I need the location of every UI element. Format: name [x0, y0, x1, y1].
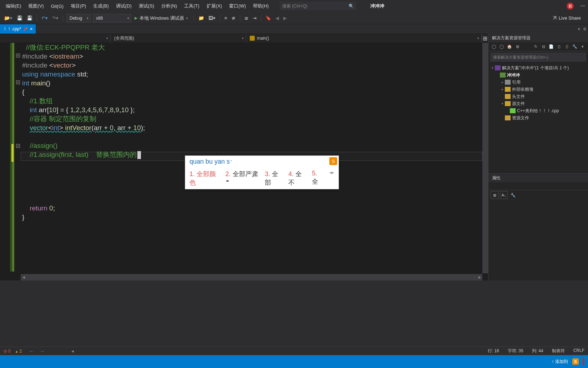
nav-function-dropdown[interactable]: main(): [246, 34, 482, 43]
comment-icon[interactable]: ≡: [222, 14, 229, 23]
new-folder-icon[interactable]: 📁: [196, 14, 206, 23]
wrench-icon[interactable]: 🔧: [572, 44, 578, 50]
warning-count[interactable]: 2: [15, 349, 22, 354]
new-badge[interactable]: 新: [567, 3, 574, 10]
props-wrench-icon[interactable]: 🔧: [509, 191, 517, 199]
solution-root[interactable]: ▾ 解决方案"冲冲冲"(1 个项目/共 1 个): [488, 64, 588, 71]
tree-item[interactable]: ▸引用: [488, 79, 588, 86]
ime-cand-1[interactable]: 1. 全部颜色: [189, 170, 221, 187]
nav-back-icon[interactable]: ←: [29, 348, 34, 354]
error-count[interactable]: 0: [4, 349, 11, 354]
collapse-icon[interactable]: ⊟: [540, 44, 547, 50]
minimize-button[interactable]: —: [581, 3, 585, 8]
nav-scope-dropdown[interactable]: (全局范围): [111, 34, 246, 43]
close-tab-icon[interactable]: ✕: [30, 27, 33, 31]
tree-item[interactable]: 资源文件: [488, 114, 588, 121]
tree-item[interactable]: ▾源文件: [488, 100, 588, 107]
solution-search-input[interactable]: 搜索解决方案资源管理器(Ctrl+;): [491, 53, 586, 61]
menu-extensions[interactable]: 扩展(X): [203, 1, 225, 11]
back-icon[interactable]: ◯: [491, 44, 497, 50]
prev-bookmark-icon[interactable]: ◀: [273, 14, 281, 23]
refresh-icon[interactable]: ↻: [532, 44, 539, 50]
menu-help[interactable]: 帮助(H): [249, 1, 272, 11]
menu-debug[interactable]: 调试(D): [112, 1, 135, 11]
preview-icon[interactable]: ⟨⟩: [564, 44, 570, 50]
redo-button[interactable]: ↷▾: [50, 14, 61, 23]
function-icon: [250, 36, 255, 41]
status-line[interactable]: 行: 16: [488, 348, 499, 354]
menu-test[interactable]: 测试(S): [135, 1, 158, 11]
status-col[interactable]: 列: 44: [532, 348, 543, 354]
sogou-ime-icon[interactable]: S: [572, 358, 579, 365]
vertical-scrollbar[interactable]: [482, 43, 488, 273]
status-eol[interactable]: CRLF: [573, 348, 584, 354]
alpha-sort-icon[interactable]: A↓: [500, 191, 508, 199]
forward-icon[interactable]: ◯: [498, 44, 505, 50]
switch-view-icon[interactable]: ⊞: [514, 44, 521, 50]
pin-icon[interactable]: 📌: [23, 27, 27, 31]
menu-project[interactable]: 项目(P): [67, 1, 90, 11]
quick-search-input[interactable]: 搜索 (Ctrl+Q) 🔍: [279, 2, 356, 10]
ime-nav-icon[interactable]: ◂▸: [329, 170, 334, 187]
home-icon[interactable]: 🏠: [506, 44, 513, 50]
menu-view[interactable]: 视图(V): [25, 1, 47, 11]
tree-item[interactable]: 头文件: [488, 93, 588, 100]
platform-dropdown[interactable]: x86: [93, 14, 131, 23]
file-tab[interactable]: ！！.cpp* 📌 ✕: [0, 24, 36, 34]
fold-toggle[interactable]: −: [16, 144, 20, 148]
save-all-button[interactable]: 💾: [25, 14, 35, 23]
nav-project-dropdown[interactable]: [0, 34, 111, 43]
bookmark-icon[interactable]: 🔖: [263, 14, 273, 23]
uncomment-icon[interactable]: ≢: [229, 14, 238, 23]
solution-explorer-title: 解决方案资源管理器: [488, 34, 588, 42]
menu-tools[interactable]: 工具(T): [181, 1, 203, 11]
scroll-left-icon[interactable]: ◀: [71, 349, 74, 353]
tree-item[interactable]: ▸外部依赖项: [488, 86, 588, 93]
add-to-source-control[interactable]: ↑ 添加到: [552, 359, 568, 365]
tree-item[interactable]: C++奥利给！！！.cpp: [488, 107, 588, 114]
properties-icon[interactable]: 🗋: [556, 44, 562, 50]
code-editor[interactable]: − − − //微信:ECK-PPQPPR 老大#include <iostre…: [0, 43, 488, 280]
expand-icon[interactable]: ▸: [500, 80, 505, 84]
expand-icon[interactable]: ▸: [500, 88, 505, 91]
indent-icon[interactable]: ⇥: [250, 14, 259, 23]
tab-bar: ！！.cpp* 📌 ✕ ▾ ⚙: [0, 24, 588, 34]
image-icon[interactable]: 🖼▾: [206, 14, 218, 23]
menu-edit[interactable]: 编辑(E): [2, 1, 25, 11]
categorize-icon[interactable]: ⊞: [491, 191, 498, 199]
format-icon[interactable]: ≣: [242, 14, 250, 23]
ime-candidates[interactable]: 1. 全部颜色 2. 全部严肃☁ 3. 全部 4. 全不 5. 全 ◂▸: [185, 168, 339, 189]
gear-icon[interactable]: ⚙: [582, 27, 588, 31]
undo-button[interactable]: ↶▾: [39, 14, 50, 23]
ime-cand-4[interactable]: 4. 全不: [288, 170, 308, 187]
expand-icon[interactable]: ▾: [490, 66, 495, 70]
tree-item[interactable]: 冲冲冲: [488, 71, 588, 79]
menu-build[interactable]: 生成(B): [90, 1, 112, 11]
pin-panel-icon[interactable]: ▾: [579, 44, 586, 50]
menu-git[interactable]: Git(G): [47, 1, 67, 11]
next-bookmark-icon[interactable]: ▶: [281, 14, 289, 23]
scroll-right-icon[interactable]: ▶: [477, 275, 482, 279]
ime-cand-2[interactable]: 2. 全部严肃☁: [225, 170, 260, 187]
fold-toggle[interactable]: −: [16, 80, 20, 84]
config-dropdown[interactable]: Debug: [66, 14, 91, 23]
tab-dropdown-icon[interactable]: ▾: [577, 27, 582, 31]
save-button[interactable]: 💾: [15, 14, 25, 23]
ime-cand-3[interactable]: 3. 全部: [265, 170, 284, 187]
menu-window[interactable]: 窗口(W): [225, 1, 249, 11]
fold-toggle[interactable]: −: [16, 54, 20, 58]
ime-cand-5[interactable]: 5. 全: [312, 170, 325, 187]
liveshare-button[interactable]: Live Share: [553, 15, 581, 21]
expand-icon[interactable]: ▾: [500, 102, 505, 105]
horizontal-scrollbar[interactable]: ◀ ▶: [21, 274, 482, 280]
menu-analyze[interactable]: 分析(N): [158, 1, 181, 11]
notification-icon[interactable]: [583, 358, 584, 365]
show-all-icon[interactable]: 📄: [548, 44, 554, 50]
status-char[interactable]: 字符: 35: [508, 348, 523, 354]
split-icon[interactable]: ⊞: [482, 34, 488, 43]
run-debugger-button[interactable]: ▶本地 Windows 调试器: [132, 14, 192, 23]
nav-forward-icon[interactable]: →: [40, 348, 45, 354]
scroll-left-icon[interactable]: ◀: [21, 275, 26, 279]
status-tab[interactable]: 制表符: [552, 348, 565, 354]
open-file-button[interactable]: 📂▾: [2, 14, 15, 23]
